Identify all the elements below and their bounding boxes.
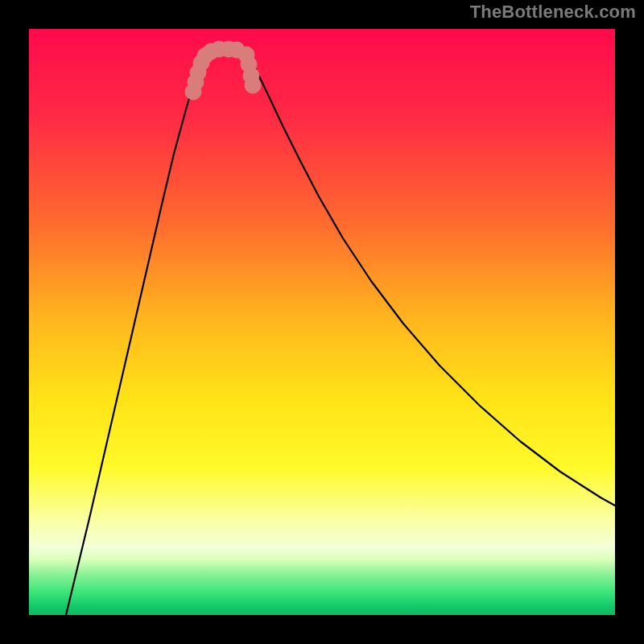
plot-area [29, 29, 615, 615]
gradient-background [29, 29, 615, 615]
chart-svg [29, 29, 615, 615]
marker-dot [245, 77, 261, 93]
watermark-text: TheBottleneck.com [470, 2, 636, 23]
chart-frame: TheBottleneck.com [0, 0, 644, 644]
